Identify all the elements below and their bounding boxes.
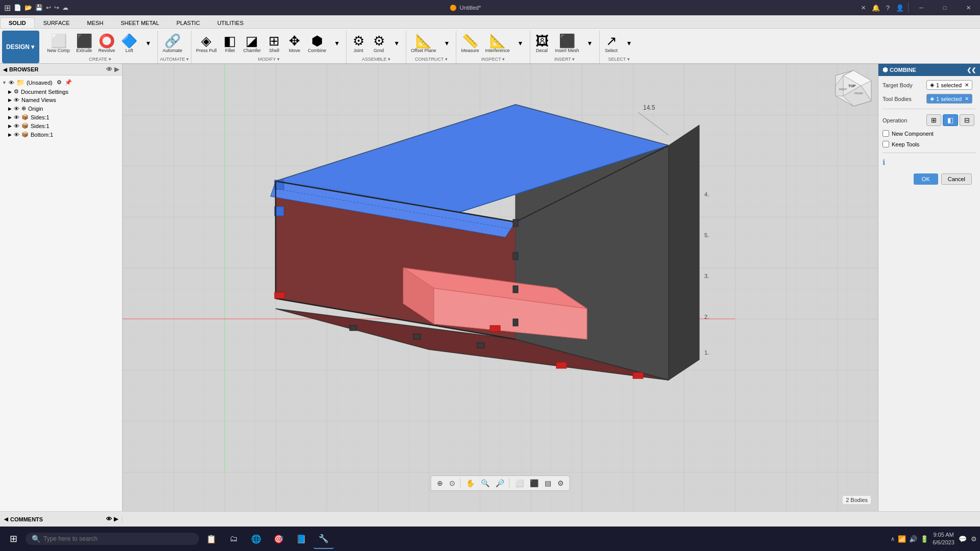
btn-construct[interactable]: 📐 Offset Plane (408, 33, 438, 55)
btn-insert-image[interactable]: 🖼 Decal (532, 33, 552, 55)
btn-select[interactable]: ↗ Select (602, 33, 621, 55)
sides1-eye-icon[interactable]: 👁 (14, 114, 19, 120)
tree-item-origin[interactable]: ▶ 👁 ⊕ Origin (0, 104, 122, 113)
combine-collapse-btn[interactable]: ❮❮ (967, 67, 976, 73)
undo-btn[interactable]: ↩ (46, 4, 51, 11)
taskbar-app3[interactable]: 🔧 (313, 529, 334, 549)
quick-access-save[interactable]: 💾 (35, 4, 43, 11)
taskbar-app1[interactable]: 🎯 (268, 529, 289, 549)
tree-item-root[interactable]: ▼ 👁 📁 (Unsaved) ⚙ 📌 (0, 78, 122, 87)
root-pin-icon[interactable]: 📌 (65, 79, 72, 86)
tab-plastic[interactable]: PLASTIC (168, 17, 209, 28)
search-input[interactable] (43, 535, 156, 542)
btn-measure[interactable]: 📏 Measure (458, 33, 481, 55)
btn-move[interactable]: ✥ Move (285, 33, 304, 55)
notification-center-icon[interactable]: 💬 (959, 535, 967, 543)
taskbar-app2[interactable]: 📘 (291, 529, 311, 549)
taskbar-search-bar[interactable]: 🔍 (26, 533, 199, 545)
maximize-btn[interactable]: □ (933, 0, 957, 15)
btn-assemble2[interactable]: ⚙ Grnd (369, 33, 388, 55)
browser-eye-icon[interactable]: 👁 (106, 66, 112, 73)
nav-look-btn[interactable]: ⊙ (447, 478, 458, 489)
comments-collapse-icon[interactable]: ◀ (4, 516, 8, 522)
tree-item-sides1b[interactable]: ▶ 👁 📦 Sides:1 (0, 121, 122, 130)
nav-grid-snap-btn[interactable]: ▤ (542, 478, 554, 489)
btn-automate[interactable]: 🔗 Automate (160, 33, 185, 55)
tray-arrow[interactable]: ∧ (891, 536, 895, 542)
comments-expand-icon[interactable]: ▶ (114, 516, 118, 522)
keep-tools-checkbox[interactable] (883, 141, 889, 147)
btn-chamfer[interactable]: ◪ Chamfer (241, 33, 264, 55)
nav-zoom-fit-btn[interactable]: 🔍 (478, 478, 492, 489)
btn-inspect2[interactable]: 📐 Interference (483, 33, 512, 55)
nav-pan-btn[interactable]: ✋ (463, 478, 477, 489)
btn-more-select[interactable]: ▼ (622, 39, 636, 48)
browser-expand-icon[interactable]: ▶ (114, 66, 119, 73)
op-cut-btn[interactable]: ◧ (943, 114, 958, 126)
origin-eye-icon[interactable]: 👁 (14, 106, 19, 112)
tool-bodies-clear-btn[interactable]: ✕ (965, 96, 969, 102)
tab-utilities[interactable]: UTILITIES (209, 17, 252, 28)
keep-tools-row[interactable]: Keep Tools (883, 141, 976, 147)
btn-extrude[interactable]: ⬛ Extrude (74, 33, 95, 55)
nav-display-btn[interactable]: ⬜ (512, 478, 526, 489)
tree-item-sides1[interactable]: ▶ 👁 📦 Sides:1 (0, 113, 122, 121)
tree-item-named-views[interactable]: ▶ 👁 Named Views (0, 96, 122, 104)
root-eye-icon[interactable]: 👁 (9, 80, 14, 86)
btn-new-component[interactable]: ⬜ New Comp (44, 33, 72, 55)
btn-assemble1[interactable]: ⚙ Joint (349, 33, 368, 55)
root-settings-icon[interactable]: ⚙ (57, 79, 62, 86)
taskbar-chrome[interactable]: 🌐 (246, 529, 266, 549)
redo-btn[interactable]: ↪ (54, 4, 59, 11)
combine-cancel-btn[interactable]: Cancel (941, 173, 972, 185)
clock[interactable]: 9:05 AM 6/6/2023 (933, 531, 954, 547)
browser-collapse-icon[interactable]: ◀ (3, 67, 7, 72)
quick-access-open[interactable]: 📂 (24, 4, 32, 11)
comments-eye-icon[interactable]: 👁 (106, 516, 112, 522)
user-btn[interactable]: 👤 (893, 4, 907, 12)
close-panel-btn[interactable]: ✕ (858, 5, 869, 11)
tab-surface[interactable]: SURFACE (35, 17, 79, 28)
minimize-btn[interactable]: ─ (910, 0, 933, 15)
battery-icon[interactable]: 🔋 (920, 535, 928, 543)
btn-shell[interactable]: ⊞ Shell (264, 33, 284, 55)
tab-sheet-metal[interactable]: SHEET METAL (112, 17, 167, 28)
design-dropdown[interactable]: DESIGN ▾ (2, 31, 39, 63)
target-body-value[interactable]: ◈ 1 selected ✕ (926, 80, 972, 90)
btn-more-assemble[interactable]: ▼ (389, 39, 404, 48)
btn-revolve[interactable]: ⭕ Revolve (96, 33, 118, 55)
target-body-clear-btn[interactable]: ✕ (965, 82, 969, 88)
tool-bodies-value[interactable]: ◈ 1 selected ✕ (926, 94, 972, 104)
viewport[interactable]: 14.5 4.5 5.5 3.5 2.5 1.5 TOP FRONT (122, 64, 878, 511)
btn-insert-mesh[interactable]: ⬛ Insert Mesh (553, 33, 582, 55)
app-menu-icon[interactable]: ⊞ (4, 3, 11, 13)
nav-zoom-btn[interactable]: 🔎 (493, 478, 507, 489)
taskbar-explorer[interactable]: 🗂 (224, 529, 244, 549)
btn-combine[interactable]: ⬢ Combine (305, 33, 329, 55)
sides1b-eye-icon[interactable]: 👁 (14, 123, 19, 129)
combine-ok-btn[interactable]: OK (914, 173, 938, 185)
btn-more-create[interactable]: ▼ (141, 39, 155, 48)
nav-orbit-btn[interactable]: ⊕ (434, 478, 446, 489)
bottom-eye-icon[interactable]: 👁 (14, 132, 19, 138)
volume-icon[interactable]: 🔊 (909, 535, 917, 543)
cloud-save-btn[interactable]: ☁ (62, 4, 68, 11)
btn-fillet[interactable]: ◧ Fillet (220, 33, 240, 55)
btn-more-construct[interactable]: ▼ (439, 39, 454, 48)
new-component-row[interactable]: New Component (883, 130, 976, 137)
btn-press-pull[interactable]: ◈ Press Pull (193, 33, 219, 55)
start-button[interactable]: ⊞ (3, 529, 23, 549)
btn-loft[interactable]: 🔷 Loft (118, 33, 140, 55)
taskbar-task-view[interactable]: 📋 (201, 529, 222, 549)
op-intersect-btn[interactable]: ⊟ (960, 114, 974, 126)
btn-more-inspect[interactable]: ▼ (513, 39, 528, 48)
close-btn[interactable]: ✕ (957, 0, 980, 15)
tab-mesh[interactable]: MESH (79, 17, 112, 28)
help-btn[interactable]: ? (883, 4, 893, 12)
btn-more-insert[interactable]: ▼ (583, 39, 597, 48)
quick-access-new[interactable]: 📄 (14, 4, 21, 11)
op-join-btn[interactable]: ⊞ (926, 114, 941, 126)
new-component-checkbox[interactable] (883, 130, 889, 137)
settings-icon[interactable]: ⚙ (971, 535, 977, 543)
tab-solid[interactable]: SOLID (0, 17, 35, 28)
